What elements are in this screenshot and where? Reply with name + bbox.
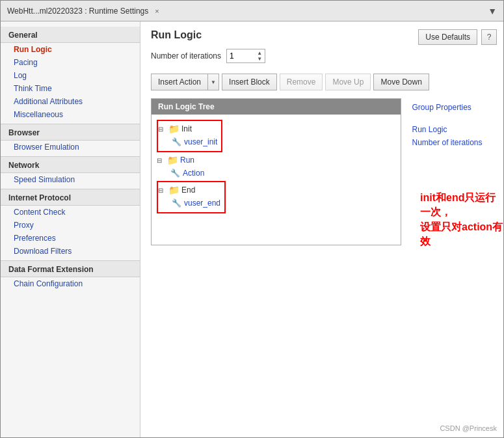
sidebar-section-internet-protocol: Internet Protocol <box>1 189 140 206</box>
insert-action-split: Insert Action ▼ <box>151 74 219 90</box>
main-layout: General Run Logic Pacing Log Think Time … <box>1 21 503 437</box>
sidebar-item-speed-simulation[interactable]: Speed Simulation <box>1 173 140 186</box>
tree-label-vuser-end: vuser_end <box>184 198 220 208</box>
insert-block-button[interactable]: Insert Block <box>222 74 277 90</box>
tree-children-end: 🔧 vuser_end <box>158 197 220 210</box>
sidebar-item-think-time[interactable]: Think Time <box>1 82 140 95</box>
iterations-value: 1 <box>230 51 234 61</box>
tree-children-init: 🔧 vuser_init <box>158 135 217 148</box>
script-action-icon: 🔧 <box>170 168 180 178</box>
spin-up-icon[interactable]: ▲ <box>257 50 262 56</box>
end-group-outline: ⊟ 📁 End 🔧 vuser_end <box>157 181 226 213</box>
annotation-line1: init和end只运行一次， <box>420 192 496 217</box>
title-bar: WebHtt...ml20220323 : Runtime Settings ×… <box>1 1 503 21</box>
sidebar-item-log[interactable]: Log <box>1 69 140 82</box>
tree-node-vuser-end[interactable]: 🔧 vuser_end <box>171 197 220 210</box>
sidebar-item-pacing[interactable]: Pacing <box>1 56 140 69</box>
right-panel-group-properties[interactable]: Group Properties <box>412 101 493 114</box>
sidebar-item-download-filters[interactable]: Download Filters <box>1 245 140 258</box>
script-vuser-init-icon: 🔧 <box>171 137 181 147</box>
sidebar-item-run-logic[interactable]: Run Logic <box>1 43 140 56</box>
tree-children-run: 🔧 Action <box>157 167 395 180</box>
sidebar-item-additional-attributes[interactable]: Additional Attributes <box>1 95 140 108</box>
use-defaults-button[interactable]: Use Defaults <box>418 29 477 45</box>
watermark: CSDN @Princesk <box>440 424 497 432</box>
tree-label-end: End <box>181 185 195 195</box>
arrow-button[interactable]: ▼ <box>488 6 497 16</box>
insert-action-dropdown-arrow[interactable]: ▼ <box>207 74 219 90</box>
tree-node-end[interactable]: ⊟ 📁 End <box>158 184 220 197</box>
folder-run-icon: 📁 <box>167 155 178 165</box>
close-button[interactable]: × <box>155 7 159 15</box>
tree-label-init: Init <box>181 124 192 133</box>
sidebar-section-network: Network <box>1 156 140 173</box>
insert-action-label: Insert Action <box>158 77 201 87</box>
tree-label-run: Run <box>180 156 194 165</box>
iterations-input[interactable]: 1 ▲ ▼ <box>226 49 265 63</box>
sidebar: General Run Logic Pacing Log Think Time … <box>1 21 140 437</box>
sidebar-item-miscellaneous[interactable]: Miscellaneous <box>1 108 140 121</box>
tree-label-vuser-init: vuser_init <box>184 137 217 146</box>
sidebar-section-general: General <box>1 27 140 43</box>
folder-end-icon: 📁 <box>168 185 179 195</box>
spin-down-icon[interactable]: ▼ <box>257 56 262 62</box>
right-panel-run-logic[interactable]: Run Logic <box>412 123 493 136</box>
tree-node-vuser-init[interactable]: 🔧 vuser_init <box>171 135 217 148</box>
move-up-button[interactable]: Move Up <box>325 74 371 90</box>
run-group: ⊟ 📁 Run 🔧 Action <box>157 154 395 180</box>
annotation-line2: 设置只对action有效 <box>420 221 503 247</box>
run-logic-tree-panel: Run Logic Tree ⊟ 📁 Init 🔧 <box>151 98 401 245</box>
init-group-outline: ⊟ 📁 Init 🔧 vuser_init <box>157 120 222 152</box>
help-button[interactable]: ? <box>481 29 497 45</box>
insert-action-button[interactable]: Insert Action <box>151 74 207 90</box>
right-panel-number-of-iterations[interactable]: Number of iterations <box>412 136 493 149</box>
expand-init-icon[interactable]: ⊟ <box>158 126 166 133</box>
sidebar-section-data-format: Data Format Extension <box>1 260 140 277</box>
tree-node-init[interactable]: ⊟ 📁 Init <box>158 122 217 135</box>
expand-run-icon[interactable]: ⊟ <box>157 157 165 164</box>
sidebar-item-chain-configuration[interactable]: Chain Configuration <box>1 277 140 290</box>
tree-label-action: Action <box>183 169 204 178</box>
iterations-label: Number of iterations <box>151 51 221 61</box>
tree-node-action[interactable]: 🔧 Action <box>170 167 395 180</box>
annotation-text: init和end只运行一次， 设置只对action有效 <box>420 191 503 249</box>
sidebar-item-browser-emulation[interactable]: Browser Emulation <box>1 141 140 154</box>
sidebar-item-proxy[interactable]: Proxy <box>1 219 140 232</box>
tree-body: ⊟ 📁 Init 🔧 vuser_init <box>152 115 401 245</box>
script-vuser-end-icon: 🔧 <box>171 198 181 208</box>
tree-node-run[interactable]: ⊟ 📁 Run <box>157 154 395 167</box>
spin-arrows[interactable]: ▲ ▼ <box>257 50 262 62</box>
move-down-button[interactable]: Move Down <box>373 74 429 90</box>
toolbar: Insert Action ▼ Insert Block Remove Move… <box>151 74 493 90</box>
iterations-row: Number of iterations 1 ▲ ▼ <box>151 49 493 63</box>
main-window: WebHtt...ml20220323 : Runtime Settings ×… <box>0 0 504 438</box>
dropdown-arrow-icon: ▼ <box>211 79 216 85</box>
sidebar-section-browser: Browser <box>1 124 140 141</box>
remove-button[interactable]: Remove <box>280 74 323 90</box>
folder-init-icon: 📁 <box>168 124 179 134</box>
expand-end-icon[interactable]: ⊟ <box>158 187 166 194</box>
sidebar-item-content-check[interactable]: Content Check <box>1 206 140 219</box>
window-title: WebHtt...ml20220323 : Runtime Settings <box>7 7 148 16</box>
content-area: Use Defaults ? Run Logic Number of itera… <box>140 21 503 437</box>
tree-panel-header: Run Logic Tree <box>152 99 401 115</box>
sidebar-item-preferences[interactable]: Preferences <box>1 232 140 245</box>
